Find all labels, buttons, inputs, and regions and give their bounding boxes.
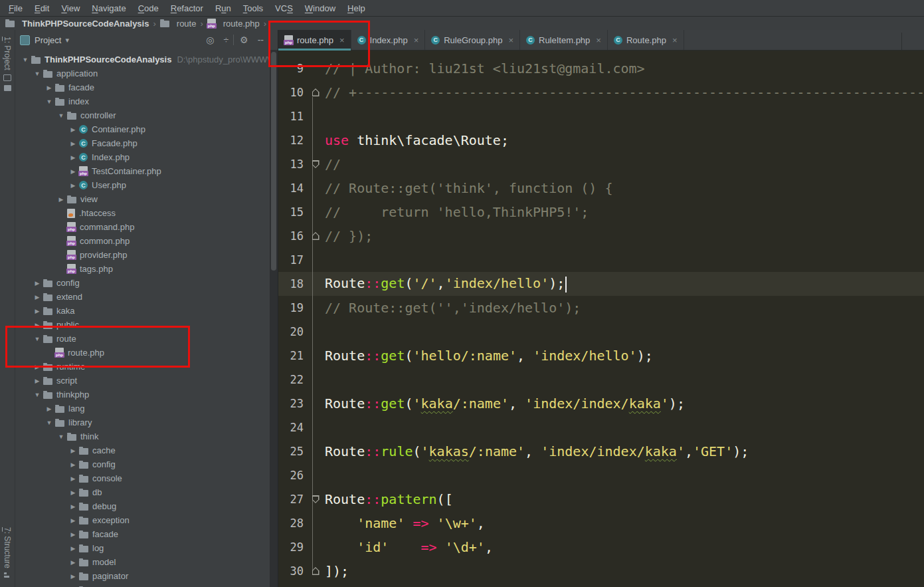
line-number[interactable]: 27 [278, 493, 306, 506]
tree-row-item[interactable]: ▶ [15, 583, 270, 587]
code-line-18[interactable]: 18Route::get('/','index/hello'); [278, 272, 924, 296]
line-number[interactable]: 12 [278, 134, 306, 147]
line-number[interactable]: 19 [278, 301, 306, 314]
menu-item-view[interactable]: View [55, 3, 86, 13]
code-line-21[interactable]: 21Route::get('hello/:name', 'index/hello… [278, 344, 924, 368]
tab-route-php[interactable]: phproute.php× [278, 30, 351, 50]
line-number[interactable]: 10 [278, 86, 306, 99]
fold-marker-icon[interactable] [306, 152, 325, 176]
chevron-collapsed-icon[interactable]: ▶ [56, 196, 66, 203]
collapse-all-icon[interactable]: ÷ [219, 35, 233, 45]
code-line-13[interactable]: 13// [278, 152, 924, 176]
line-number[interactable]: 14 [278, 181, 306, 195]
tree-row-route-php[interactable]: phproute.php [15, 346, 270, 360]
line-number[interactable]: 23 [278, 397, 306, 410]
chevron-down-icon[interactable]: ▾ [65, 36, 69, 45]
tree-row-facade[interactable]: ▶facade [15, 527, 270, 541]
settings-icon[interactable]: ⚙ [233, 35, 253, 45]
code-line-24[interactable]: 24 [278, 415, 924, 439]
line-number[interactable]: 21 [278, 349, 306, 362]
chevron-expanded-icon[interactable]: ▼ [45, 98, 54, 105]
tab-route-php[interactable]: CRoute.php× [608, 30, 684, 50]
chevron-collapsed-icon[interactable]: ▶ [68, 559, 78, 566]
tree-row-testcontainer-php[interactable]: ▶phpTestContainer.php [15, 164, 270, 178]
tab-ruleitem-php[interactable]: CRuleItem.php× [520, 30, 608, 50]
chevron-collapsed-icon[interactable]: ▶ [68, 154, 78, 161]
chevron-collapsed-icon[interactable]: ▶ [68, 461, 78, 468]
chevron-collapsed-icon[interactable]: ▶ [33, 308, 42, 314]
chevron-collapsed-icon[interactable]: ▶ [68, 503, 78, 510]
tool-window-button-project[interactable]: 1: Project [3, 37, 12, 70]
chevron-collapsed-icon[interactable]: ▶ [33, 322, 42, 328]
hide-icon[interactable]: -- [253, 35, 268, 45]
chevron-collapsed-icon[interactable]: ▶ [68, 475, 78, 482]
line-number[interactable]: 22 [278, 373, 306, 386]
breadcrumb-item-route-php[interactable]: phproute.php [207, 19, 260, 29]
line-number[interactable]: 25 [278, 445, 306, 458]
close-icon[interactable]: × [339, 35, 345, 45]
chevron-collapsed-icon[interactable]: ▶ [68, 140, 78, 147]
tree-row-facade-php[interactable]: ▶CFacade.php [15, 136, 270, 150]
tree-row-console[interactable]: ▶console [15, 471, 270, 485]
tree-row-log[interactable]: ▶log [15, 541, 270, 555]
tree-row-extend[interactable]: ▶extend [15, 290, 270, 304]
tree-row-runtime[interactable]: ▶runtime [15, 360, 270, 374]
tree-row-public[interactable]: ▶public [15, 318, 270, 332]
close-icon[interactable]: × [414, 35, 419, 45]
code-line-17[interactable]: 17 [278, 248, 924, 272]
line-number[interactable]: 17 [278, 253, 306, 267]
code-line-19[interactable]: 19// Route::get('','index/hello'); [278, 296, 924, 320]
chevron-collapsed-icon[interactable]: ▶ [68, 168, 78, 175]
chevron-collapsed-icon[interactable]: ▶ [68, 573, 78, 580]
chevron-expanded-icon[interactable]: ▼ [56, 433, 66, 440]
code-line-14[interactable]: 14// Route::get('think', function () { [278, 176, 924, 200]
fold-down-icon[interactable] [312, 495, 320, 503]
menu-item-edit[interactable]: Edit [29, 3, 55, 13]
fold-marker-icon[interactable] [306, 80, 325, 104]
project-panel-title[interactable]: Project [35, 35, 61, 45]
chevron-collapsed-icon[interactable]: ▶ [68, 517, 78, 524]
tree-row-thinkphp[interactable]: ▼thinkphp [15, 388, 270, 402]
tree-row-debug[interactable]: ▶debug [15, 499, 270, 513]
chevron-collapsed-icon[interactable]: ▶ [68, 545, 78, 552]
code-line-11[interactable]: 11 [278, 104, 924, 128]
chevron-expanded-icon[interactable]: ▼ [33, 70, 42, 77]
chevron-collapsed-icon[interactable]: ▶ [33, 364, 42, 370]
code-editor[interactable]: 9// | Author: liu21st <liu21st@gmail.com… [278, 51, 924, 587]
chevron-collapsed-icon[interactable]: ▶ [33, 378, 42, 384]
line-number[interactable]: 30 [278, 564, 306, 578]
line-number[interactable]: 9 [278, 62, 306, 75]
tree-row-facade[interactable]: ▶facade [15, 80, 270, 94]
code-line-26[interactable]: 26 [278, 463, 924, 487]
code-line-22[interactable]: 22 [278, 368, 924, 392]
code-line-25[interactable]: 25Route::rule('kakas/:name', 'index/inde… [278, 439, 924, 463]
code-line-27[interactable]: 27Route::pattern([ [278, 487, 924, 511]
fold-marker-icon[interactable] [306, 224, 325, 248]
chevron-expanded-icon[interactable]: ▼ [33, 392, 42, 398]
menu-item-refactor[interactable]: Refactor [165, 3, 209, 13]
tree-row-controller[interactable]: ▼controller [15, 108, 270, 122]
tree-row-provider-php[interactable]: phpprovider.php [15, 248, 270, 262]
tab-rulegroup-php[interactable]: CRuleGroup.php× [425, 30, 520, 50]
chevron-collapsed-icon[interactable]: ▶ [45, 406, 54, 412]
line-number[interactable]: 29 [278, 540, 306, 554]
chevron-expanded-icon[interactable]: ▼ [56, 112, 66, 119]
tree-row-thinkphpsourcecodeanalysis[interactable]: ▼ThinkPHPSourceCodeAnalysisD:\phpstudy_p… [15, 53, 270, 66]
line-number[interactable]: 11 [278, 110, 306, 123]
menu-item-window[interactable]: Window [299, 3, 341, 13]
menu-item-navigate[interactable]: Navigate [86, 3, 132, 13]
chevron-expanded-icon[interactable]: ▼ [21, 57, 30, 63]
tree-row-cache[interactable]: ▶cache [15, 443, 270, 457]
tab-index-php[interactable]: CIndex.php× [351, 30, 426, 50]
chevron-expanded-icon[interactable]: ▼ [33, 336, 42, 342]
tree-row-model[interactable]: ▶model [15, 555, 270, 569]
fold-up-icon[interactable] [312, 567, 320, 575]
breadcrumb-item-thinkphpsourcecodeanalysis[interactable]: ThinkPHPSourceCodeAnalysis [5, 19, 149, 29]
code-line-12[interactable]: 12use think\facade\Route; [278, 128, 924, 152]
code-line-16[interactable]: 16// }); [278, 224, 924, 248]
chevron-expanded-icon[interactable]: ▼ [45, 419, 54, 426]
menu-item-vcs[interactable]: VCS [269, 3, 299, 13]
code-line-9[interactable]: 9// | Author: liu21st <liu21st@gmail.com… [278, 57, 924, 80]
code-line-15[interactable]: 15// return 'hello,ThinkPHP5!'; [278, 200, 924, 224]
breadcrumb-item-route[interactable]: route [160, 19, 197, 29]
